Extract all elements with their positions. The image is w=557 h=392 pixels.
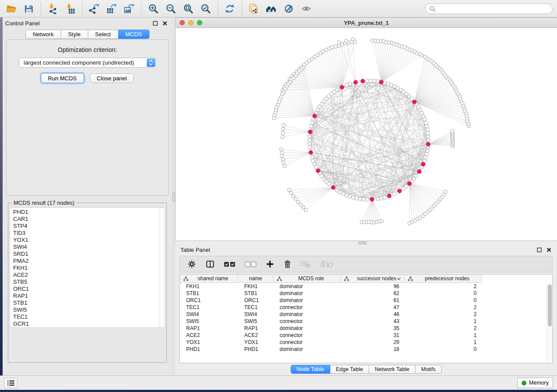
column-header-successor-nodes[interactable]: successor nodes [341,275,405,283]
table-row[interactable]: TEC1TEC1connector472 [180,304,552,311]
result-list-item[interactable]: ORC1 [13,285,165,292]
result-list-item[interactable]: SRD1 [13,251,165,258]
cell-shared_name: SWI5 [180,318,238,325]
table-tab-motifs[interactable]: Motifs [415,365,442,374]
table-panel-close-button[interactable] [546,247,552,253]
column-header-MCDS-role[interactable]: MCDS role [273,275,341,283]
table-tab-edge-table[interactable]: Edge Table [330,365,369,374]
refresh-button[interactable] [221,1,239,16]
result-list-item[interactable]: SWI4 [13,244,165,251]
cell-successor_nodes: 62 [341,290,405,297]
table-row[interactable]: ORC1ORC1dominator610 [180,297,552,304]
run-mcds-button[interactable]: Run MCDS [41,73,84,83]
result-list-item[interactable]: STP4 [13,223,165,230]
node-table: shared namenameMCDS rolesuccessor nodesp… [180,274,553,363]
network-window-titlebar[interactable]: YPA_prune.txt_1 [176,18,557,28]
maximize-window-icon[interactable] [197,20,202,25]
result-list-item[interactable]: GCR1 [13,320,165,327]
table-tab-network-table[interactable]: Network Table [369,365,415,374]
tab-mcds[interactable]: MCDS [118,30,149,39]
delete-column-button[interactable] [283,259,292,269]
cell-successor_nodes: 29 [341,339,405,346]
control-panel-close-button[interactable] [162,20,168,26]
result-list-item[interactable]: TEC1 [13,313,165,320]
search-input[interactable] [438,5,548,12]
cell-shared_name: YOX1 [180,339,238,346]
zoom-in-button[interactable] [145,1,162,16]
result-list-item[interactable]: FKH1 [13,265,165,272]
table-row[interactable]: PHD1PHD1dominator180 [180,346,552,353]
vertical-split-divider[interactable] [172,17,175,375]
result-list-item[interactable]: ACE2 [13,272,165,279]
export-network-button[interactable] [86,1,103,16]
tab-select[interactable]: Select [88,30,118,39]
table-row[interactable]: ACE2ACE2connector311 [180,332,552,339]
cell-successor_nodes: 43 [341,318,405,325]
select-all-columns-button[interactable] [224,261,236,268]
show-hide-button[interactable] [298,1,315,16]
desktop-wallpaper-strip [0,17,3,375]
table-row[interactable]: FKH1FKH1dominator962 [180,283,552,290]
table-row[interactable]: SWI5SWI5connector431 [180,318,552,325]
network-document-button[interactable] [245,1,263,16]
export-image-button[interactable] [121,1,138,16]
column-header-predecessor-nodes[interactable]: predecessor nodes [405,275,482,283]
search-field[interactable] [425,3,553,14]
zoom-fit-button[interactable] [180,1,197,16]
result-scrollbar[interactable] [159,208,165,327]
checked-boxes-icon [224,261,236,268]
table-row[interactable]: STB1STB1dominator620 [180,290,552,297]
optimization-criterion-value: largest connected component (undirected) [24,59,134,66]
result-list-item[interactable]: PHD1 [13,209,165,216]
result-list-item[interactable]: CAR1 [13,216,165,223]
network-graph[interactable] [176,28,557,241]
table-tab-node-table[interactable]: Node Table [291,365,330,374]
table-panel-float-button[interactable] [536,247,542,253]
export-table-button[interactable] [103,1,121,16]
result-list-item[interactable]: YOX1 [13,237,165,244]
table-row[interactable]: RAP1RAP1dominator352 [180,325,552,332]
close-window-icon[interactable] [180,20,185,25]
column-header-shared-name[interactable]: shared name [180,275,238,283]
result-list-item[interactable]: SWI5 [13,306,165,313]
save-session-button[interactable] [20,1,38,16]
toolbar-separator [218,2,218,15]
close-panel-button[interactable]: Close panel [90,73,134,83]
column-header-name[interactable]: name [238,275,273,283]
select-stepper[interactable] [147,58,155,67]
sort-caret-icon[interactable] [397,277,401,280]
minimize-window-icon[interactable] [188,20,194,25]
control-panel-float-button[interactable] [152,20,158,26]
mcds-result-list[interactable]: PHD1CAR1STP4TID3YOX1SWI4SRD1PMA2FKH1ACE2… [10,207,165,328]
show-column-panel-button[interactable] [205,259,215,269]
table-scrollbar[interactable] [547,283,552,363]
result-list-item[interactable]: PMA2 [13,258,165,265]
column-header-label: successor nodes [349,275,404,282]
table-row[interactable]: SWI4SWI4dominator462 [180,311,552,318]
optimization-criterion-select[interactable]: largest connected component (undirected) [19,58,156,68]
result-list-item[interactable]: RAP1 [13,292,165,299]
open-file-button[interactable] [3,1,20,16]
horizontal-split-divider[interactable] [175,241,557,244]
network-canvas[interactable] [176,28,557,241]
result-list-item[interactable]: STB1 [13,299,165,306]
import-network-button[interactable] [44,1,62,16]
shared-column-icon [344,276,349,281]
table-scrollbar-thumb[interactable] [548,285,552,327]
create-column-button[interactable] [266,260,274,268]
unselect-all-columns-button[interactable] [245,261,257,268]
zoom-selected-button[interactable] [197,1,214,16]
import-table-button[interactable] [62,1,79,16]
task-history-button[interactable] [4,378,17,388]
result-list-item[interactable]: TID3 [13,230,165,237]
table-row[interactable]: YOX1YOX1connector291 [180,339,552,346]
zoom-out-button[interactable] [162,1,180,16]
result-list-item[interactable]: STB5 [13,279,165,285]
memory-button[interactable]: Memory [517,378,553,388]
export-image-icon [124,3,135,14]
table-settings-button[interactable] [187,259,197,269]
home-networks-button[interactable] [263,1,280,16]
tab-network[interactable]: Network [25,30,61,39]
tab-style[interactable]: Style [61,30,88,39]
toggle-graphics-details-button[interactable] [280,1,298,16]
